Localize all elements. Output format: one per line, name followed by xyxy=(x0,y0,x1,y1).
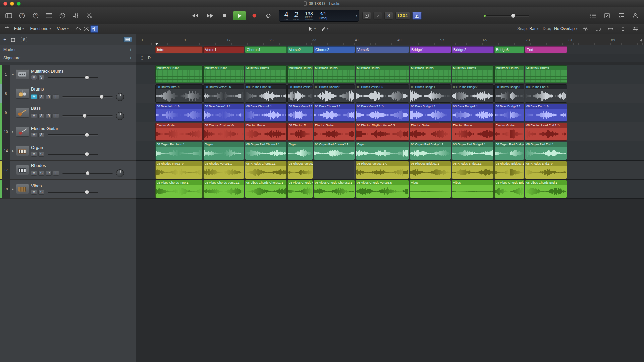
arrangement-marker-verse1[interactable]: Verse1 xyxy=(203,46,244,53)
track-i-button[interactable]: I xyxy=(53,171,59,176)
lcd-display[interactable]: 4 BAR 2 BEAT 138 KEEP TEMPO 4/4 xyxy=(279,10,359,22)
marker-global-row[interactable]: Marker + xyxy=(0,45,136,54)
arrangement-marker-chorus2[interactable]: Chorus2 xyxy=(314,46,355,53)
zoom-sliders-icon[interactable] xyxy=(631,25,639,33)
region-multitrack-drums[interactable]: Multitrack Drums xyxy=(245,65,287,83)
lcd-tempo[interactable]: 138 KEEP TEMPO xyxy=(302,11,316,20)
volume-knob[interactable] xyxy=(85,75,89,80)
track-solo-button[interactable]: S xyxy=(21,37,27,42)
add-signature-icon[interactable]: + xyxy=(129,55,132,61)
region-vibes[interactable]: Vibes xyxy=(410,180,451,198)
region-08-drums-chorus1[interactable]: 08 Drums Chorus1 xyxy=(245,84,287,103)
region-electric-guitar[interactable]: Electric Guitar xyxy=(410,123,451,141)
track-m-button[interactable]: M xyxy=(31,75,37,80)
region-multitrack-drums[interactable]: Multitrack Drums xyxy=(452,65,494,83)
count-in-button[interactable]: 1234 xyxy=(395,12,410,20)
region-08-drums-bridge1[interactable]: 08 Drums Bridge1 xyxy=(410,84,451,103)
track-header-electric-guitar[interactable]: 10▸Electric GuitarMS xyxy=(0,122,136,141)
track-m-button[interactable]: M xyxy=(31,132,37,137)
rewind-button[interactable] xyxy=(189,11,202,20)
region-08-drums-verse3[interactable]: 08 Drums Verse3↻ xyxy=(356,84,409,103)
mixer-icon[interactable] xyxy=(70,11,81,21)
region-08-electric-rhythm-verse3-3[interactable]: 08 Electric Rhythm Verse3.3 xyxy=(356,123,409,141)
region-08-vibes-chords-verse1-1[interactable]: 08 Vibes Chords Verse1.1 xyxy=(203,180,244,198)
volume-knob[interactable] xyxy=(100,95,104,99)
arrangement-marker-bridge3[interactable]: Bridge3 xyxy=(494,46,524,53)
region-08-drums-chorus2[interactable]: 08 Drums Chorus2 xyxy=(314,84,355,103)
region-08-organ-pad-end-1[interactable]: 08 Organ Pad End.1 xyxy=(525,142,567,160)
note-pads-icon[interactable] xyxy=(602,11,612,21)
pan-knob[interactable] xyxy=(116,169,124,177)
track-m-button[interactable]: M xyxy=(31,94,37,99)
region-multitrack-drums[interactable]: Multitrack Drums xyxy=(356,65,409,83)
region-08-rhodes-bridge3-1[interactable]: 08 Rhodes Bridge3.1 xyxy=(494,161,524,179)
volume-knob[interactable] xyxy=(85,190,89,194)
region-08-rhodes-end-1[interactable]: 08 Rhodes End.1↻ xyxy=(525,161,567,179)
region-08-organ-pad-bridge3-1[interactable]: 08 Organ Pad Bridge3.1 xyxy=(494,142,524,160)
add-track-button[interactable]: + xyxy=(3,37,6,43)
disclosure-triangle-icon[interactable]: ▸ xyxy=(10,180,16,198)
region-08-electric-rhythm-ve[interactable]: 08 Electric Rhythm Ve xyxy=(203,123,244,141)
region-08-vibes-chords-intro-1[interactable]: 08 Vibes Chords Intro.1 xyxy=(155,180,203,198)
track-header-vibes[interactable]: 18▸VibesMS xyxy=(0,180,136,199)
region-organ[interactable]: Organ xyxy=(287,142,313,160)
region-08-drums-verse2[interactable]: 08 Drums Verse2 xyxy=(287,84,313,103)
volume-slider[interactable] xyxy=(48,152,98,157)
menu-functions[interactable]: Functions▾ xyxy=(30,26,51,31)
region-08-bass-verse2-1[interactable]: 08 Bass Verse2.1 xyxy=(287,104,313,122)
quick-help-icon[interactable]: ? xyxy=(30,11,41,21)
track-i-button[interactable]: I xyxy=(53,113,59,118)
volume-slider[interactable] xyxy=(62,94,113,99)
volume-knob[interactable] xyxy=(85,133,89,137)
volume-slider[interactable] xyxy=(48,190,98,195)
region-08-bass-chorus1-1[interactable]: 08 Bass Chorus1.1 xyxy=(245,104,287,122)
volume-slider[interactable] xyxy=(62,171,113,176)
inspector-icon[interactable]: i xyxy=(17,11,28,21)
play-button[interactable] xyxy=(233,11,246,20)
pan-knob[interactable] xyxy=(116,93,124,101)
pencil-icon[interactable] xyxy=(373,12,382,20)
region-08-organ-pad-bridge1-1[interactable]: 08 Organ Pad Bridge1.1 xyxy=(410,142,451,160)
track-header-multitrack-drums[interactable]: 1▸Multitrack DrumsMS xyxy=(0,65,136,84)
region-08-bass-verse3-1[interactable]: 08 Bass Verse3.1↻ xyxy=(356,104,409,122)
region-08-vibes-chords-verse2-1[interactable]: 08 Vibes Chords Verse2.1 xyxy=(287,180,313,198)
zoom-horizontal-icon[interactable] xyxy=(606,25,614,33)
minimize-button[interactable] xyxy=(10,2,14,6)
pencil-tool-menu[interactable]: ▾ xyxy=(321,26,328,31)
region-multitrack-drums[interactable]: Multitrack Drums xyxy=(410,65,451,83)
arrangement-marker-intro[interactable]: Intro xyxy=(155,46,203,53)
region-08-rhodes-bridge1-1[interactable]: 08 Rhodes Bridge1.1 xyxy=(410,161,451,179)
region-08-bass-intro-1[interactable]: 08 Bass Intro.1↻ xyxy=(155,104,203,122)
region-08-bass-chorus2-1[interactable]: 08 Bass Chorus2.1 xyxy=(314,104,355,122)
region-electric-guitar[interactable]: Electric Guitar xyxy=(452,123,494,141)
chat-icon[interactable] xyxy=(616,11,627,21)
arrangement-marker-verse2[interactable]: Verse2 xyxy=(287,46,313,53)
disclosure-triangle-icon[interactable]: ▸ xyxy=(10,65,16,84)
volume-slider[interactable] xyxy=(62,113,113,118)
crossfade-icon[interactable] xyxy=(82,25,90,33)
drag-menu[interactable]: Drag: No Overlap ▴▾ xyxy=(543,26,577,31)
header-view-button[interactable] xyxy=(123,37,132,42)
disclosure-triangle-icon[interactable]: ▸ xyxy=(10,141,16,160)
volume-knob[interactable] xyxy=(85,152,89,156)
region-08-organ-pad-chorus2-1[interactable]: 08 Organ Pad Chorus2.1 xyxy=(314,142,355,160)
signature-global-row[interactable]: Signature + xyxy=(0,54,136,62)
duplicate-track-button[interactable] xyxy=(11,37,16,42)
region-multitrack-drums[interactable]: Multitrack Drums xyxy=(494,65,524,83)
fast-forward-button[interactable] xyxy=(203,11,217,20)
track-header-rhodes[interactable]: 17RhodesMSRI xyxy=(0,161,136,180)
smart-controls-icon[interactable] xyxy=(57,11,68,21)
region-08-rhodes-verse2-1[interactable]: 08 Rhodes Verse2.1 xyxy=(287,161,313,179)
menu-view[interactable]: View▾ xyxy=(57,26,69,31)
region-multitrack-drums[interactable]: Multitrack Drums xyxy=(155,65,203,83)
track-m-button[interactable]: M xyxy=(31,152,37,157)
track-s-button[interactable]: S xyxy=(38,75,44,80)
track-header-bass[interactable]: 9BassMSRI xyxy=(0,103,136,122)
region-08-vibes-chords-bridge3-1[interactable]: 08 Vibes Chords Bridge3.1 xyxy=(494,180,524,198)
track-r-button[interactable]: R xyxy=(46,113,52,118)
volume-slider[interactable] xyxy=(48,75,98,80)
metronome-button[interactable] xyxy=(412,12,422,20)
playhead[interactable] xyxy=(157,43,157,362)
catch-corner-icon[interactable] xyxy=(3,25,11,33)
editors-icon[interactable] xyxy=(84,11,95,21)
